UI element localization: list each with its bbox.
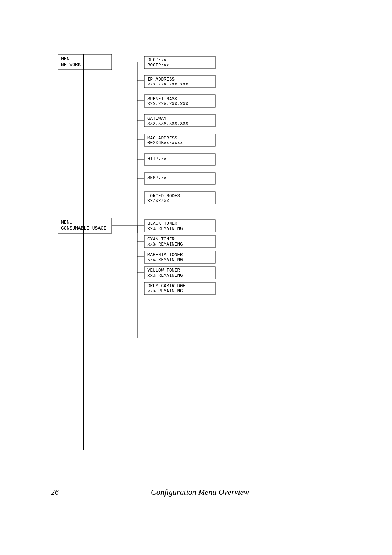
svg-text:HTTP:xx: HTTP:xx	[147, 157, 167, 162]
svg-text:DRUM CARTRIDGE: DRUM CARTRIDGE	[147, 284, 185, 289]
page-title: Configuration Menu Overview	[59, 487, 341, 497]
svg-text:MAC ADDRESS: MAC ADDRESS	[147, 136, 177, 141]
svg-text:xx% REMAINING: xx% REMAINING	[147, 289, 183, 294]
svg-text:DHCP:xx: DHCP:xx	[147, 58, 167, 63]
svg-text:xx% REMAINING: xx% REMAINING	[147, 226, 183, 231]
svg-text:SUBNET MASK: SUBNET MASK	[147, 97, 177, 102]
svg-text:YELLOW TONER: YELLOW TONER	[147, 268, 180, 273]
svg-text:xxx.xxx.xxx.xxx: xxx.xxx.xxx.xxx	[147, 82, 188, 87]
svg-text:MAGENTA TONER: MAGENTA TONER	[147, 252, 183, 258]
left-border-line	[83, 54, 84, 450]
svg-text:xx% REMAINING: xx% REMAINING	[147, 242, 183, 247]
bottom-rule	[51, 482, 341, 482]
footer: 26 Configuration Menu Overview	[0, 487, 392, 497]
svg-text:MENU: MENU	[61, 220, 72, 225]
diagram-svg: MENU NETWORK DHCP:xx BOOTP:xx IP ADDRESS…	[58, 54, 319, 410]
svg-text:BLACK TONER: BLACK TONER	[147, 221, 177, 226]
page: MENU NETWORK DHCP:xx BOOTP:xx IP ADDRESS…	[0, 0, 392, 555]
svg-text:BOOTP:xx: BOOTP:xx	[147, 63, 169, 68]
svg-text:xxx.xxx.xxx.xxx: xxx.xxx.xxx.xxx	[147, 121, 188, 126]
svg-text:IP ADDRESS: IP ADDRESS	[147, 77, 175, 82]
svg-text:00206Bxxxxxxx: 00206Bxxxxxxx	[147, 141, 183, 146]
svg-text:NETWORK: NETWORK	[61, 62, 81, 68]
svg-text:CYAN TONER: CYAN TONER	[147, 237, 175, 242]
svg-text:GATEWAY: GATEWAY	[147, 116, 167, 121]
svg-text:xx% REMAINING: xx% REMAINING	[147, 258, 183, 263]
svg-text:FORCED MODES: FORCED MODES	[147, 194, 180, 199]
svg-text:xxx.xxx.xxx.xxx: xxx.xxx.xxx.xxx	[147, 101, 188, 106]
svg-text:xx/xx/xx: xx/xx/xx	[147, 198, 169, 203]
page-number: 26	[51, 487, 59, 497]
svg-text:MENU: MENU	[61, 56, 72, 62]
svg-text:xx% REMAINING: xx% REMAINING	[147, 273, 183, 278]
svg-text:SNMP:xx: SNMP:xx	[147, 175, 167, 181]
